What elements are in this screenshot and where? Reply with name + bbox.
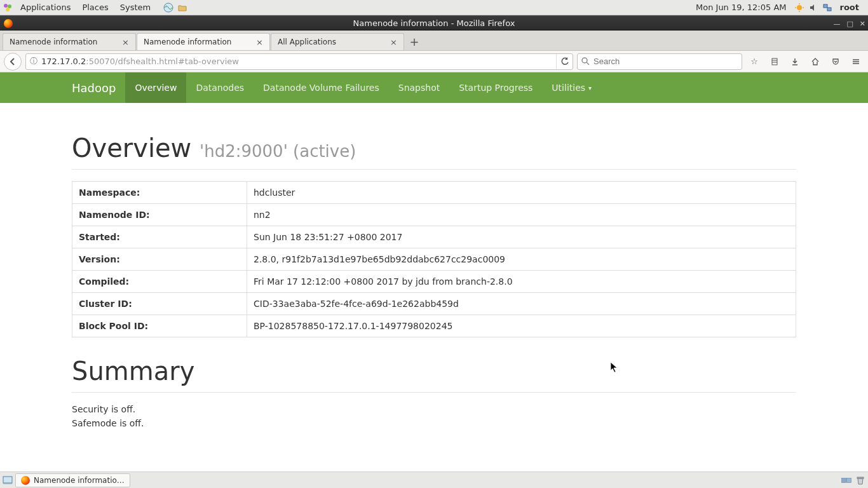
row-value: Sun Jun 18 23:51:27 +0800 2017 (247, 226, 796, 248)
overview-subtitle: 'hd2:9000' (active) (200, 142, 356, 161)
table-row: Cluster ID:CID-33ae3aba-52fe-4fce-a69d-1… (72, 293, 796, 315)
svg-rect-23 (857, 477, 864, 478)
browser-tab[interactable]: Namenode information × (3, 33, 136, 50)
site-info-icon[interactable]: ⓘ (26, 56, 41, 67)
row-key: Block Pool ID: (72, 315, 247, 337)
nav-utilities[interactable]: Utilities▾ (542, 72, 601, 103)
overview-table: Namespace:hdcluster Namenode ID:nn2 Star… (72, 181, 796, 337)
search-icon (581, 57, 590, 65)
network-icon[interactable] (822, 3, 832, 13)
svg-rect-13 (772, 58, 777, 65)
svg-point-11 (582, 58, 587, 63)
row-key: Compiled: (72, 271, 247, 293)
svg-rect-9 (824, 4, 827, 8)
search-bar[interactable] (577, 53, 742, 70)
svg-rect-21 (842, 478, 846, 482)
window-maximize-button[interactable]: □ (846, 20, 853, 28)
row-key: Started: (72, 226, 247, 248)
svg-rect-22 (847, 478, 851, 482)
page-header: Overview 'hd2:9000' (active) (72, 133, 796, 170)
chevron-down-icon: ▾ (588, 85, 592, 92)
row-value: Fri Mar 17 12:12:00 +0800 2017 by jdu fr… (247, 271, 796, 293)
svg-line-12 (587, 62, 589, 65)
hamburger-menu-icon[interactable] (848, 53, 864, 70)
url-bar[interactable]: ⓘ 172.17.0.2:50070/dfshealth.html#tab-ov… (25, 53, 573, 70)
hadoop-brand[interactable]: Hadoop (72, 72, 125, 103)
pocket-icon[interactable] (827, 53, 844, 70)
row-key: Namespace: (72, 182, 247, 204)
svg-rect-20 (3, 483, 12, 484)
window-title-text: Namenode information - Mozilla Firefox (353, 18, 515, 28)
svg-rect-10 (827, 8, 831, 11)
summary-line: Security is off. (72, 404, 796, 414)
row-value: 2.8.0, r91f2b7a13d1e97be65db92ddabc627cc… (247, 248, 796, 271)
summary-title: Summary (72, 356, 796, 393)
menu-system[interactable]: System (116, 3, 154, 12)
url-text: 172.17.0.2:50070/dfshealth.html#tab-over… (41, 57, 556, 66)
downloads-icon[interactable] (787, 53, 803, 70)
table-row: Namenode ID:nn2 (72, 204, 796, 226)
gnome-top-panel: Applications Places System Mon Jun 19, 1… (0, 0, 868, 15)
search-input[interactable] (593, 57, 738, 66)
window-titlebar: Namenode information - Mozilla Firefox —… (0, 15, 868, 30)
row-value: BP-1028578850-172.17.0.1-1497798020245 (247, 315, 796, 337)
table-row: Block Pool ID:BP-1028578850-172.17.0.1-1… (72, 315, 796, 337)
nav-startup-progress[interactable]: Startup Progress (449, 72, 542, 103)
table-row: Version:2.8.0, r91f2b7a13d1e97be65db92dd… (72, 248, 796, 271)
browser-tab[interactable]: All Applications × (271, 33, 404, 50)
firefox-icon (21, 476, 30, 485)
weather-icon[interactable] (794, 3, 804, 13)
table-row: Started:Sun Jun 18 23:51:27 +0800 2017 (72, 226, 796, 248)
svg-point-4 (797, 5, 802, 10)
back-button[interactable] (4, 53, 22, 71)
svg-point-2 (6, 8, 10, 11)
hadoop-navbar: Hadoop Overview Datanodes Datanode Volum… (0, 72, 868, 103)
show-desktop-icon[interactable] (3, 475, 13, 485)
overview-title: Overview (72, 133, 200, 163)
taskbar-label: Namenode informatio… (34, 476, 125, 485)
globe-icon[interactable] (163, 3, 173, 13)
clock[interactable]: Mon Jun 19, 12:05 AM (692, 3, 790, 12)
tab-close-button[interactable]: × (118, 37, 129, 47)
taskbar-button[interactable]: Namenode informatio… (15, 473, 130, 487)
page-viewport[interactable]: Hadoop Overview Datanodes Datanode Volum… (0, 72, 868, 471)
svg-point-1 (8, 4, 11, 8)
svg-point-0 (4, 4, 8, 8)
nav-datanodes[interactable]: Datanodes (186, 72, 254, 103)
menu-places[interactable]: Places (78, 3, 112, 12)
row-key: Version: (72, 248, 247, 271)
new-tab-button[interactable]: + (405, 33, 424, 50)
tab-label: Namenode information (144, 37, 252, 46)
nav-datanode-volume-failures[interactable]: Datanode Volume Failures (254, 72, 389, 103)
reload-button[interactable] (556, 54, 573, 69)
summary-line: Safemode is off. (72, 418, 796, 428)
firefox-icon (4, 19, 13, 28)
user-menu[interactable]: root (836, 3, 866, 12)
workspace-switcher-icon[interactable] (841, 475, 851, 485)
tab-label: Namenode information (10, 37, 118, 46)
browser-tab[interactable]: Namenode information × (137, 33, 270, 50)
table-row: Namespace:hdcluster (72, 182, 796, 204)
nav-snapshot[interactable]: Snapshot (389, 72, 449, 103)
browser-toolbar: ⓘ 172.17.0.2:50070/dfshealth.html#tab-ov… (0, 51, 868, 72)
row-value: nn2 (247, 204, 796, 226)
nav-overview[interactable]: Overview (125, 72, 186, 103)
bookmark-star-icon[interactable]: ☆ (746, 53, 763, 70)
browser-tab-strip: Namenode information × Namenode informat… (0, 30, 868, 51)
folder-icon[interactable] (177, 3, 187, 13)
home-icon[interactable] (807, 53, 824, 70)
row-key: Cluster ID: (72, 293, 247, 315)
library-icon[interactable] (766, 53, 783, 70)
tab-close-button[interactable]: × (386, 37, 397, 47)
tab-close-button[interactable]: × (252, 37, 263, 47)
window-close-button[interactable]: ✕ (860, 20, 865, 28)
trash-icon[interactable] (855, 475, 865, 485)
window-minimize-button[interactable]: — (833, 20, 840, 28)
row-value: hdcluster (247, 182, 796, 204)
volume-icon[interactable] (808, 3, 818, 13)
menu-applications[interactable]: Applications (17, 3, 74, 12)
gnome-bottom-panel: Namenode informatio… (0, 471, 868, 488)
summary-body: Security is off. Safemode is off. (72, 404, 796, 428)
svg-rect-19 (3, 477, 12, 483)
table-row: Compiled:Fri Mar 17 12:12:00 +0800 2017 … (72, 271, 796, 293)
